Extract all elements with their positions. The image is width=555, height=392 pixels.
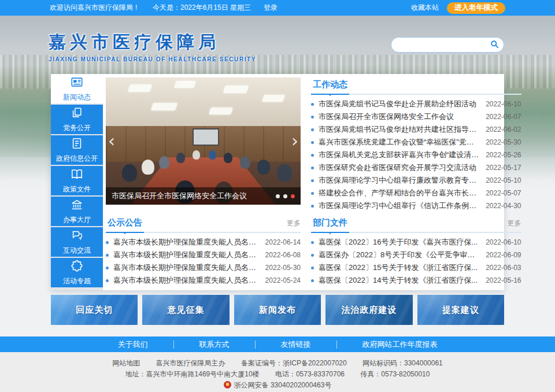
- carousel-prev-arrow[interactable]: ‹: [108, 132, 115, 150]
- news-title: 嘉医保〔2022〕14号关于转发《浙江省医疗保...: [319, 275, 480, 286]
- footer-nav-links[interactable]: 友情链接: [255, 341, 336, 349]
- person-figure: [193, 150, 200, 160]
- news-date: 2022-05-10: [486, 176, 521, 184]
- banner-opinion-collection[interactable]: 意见征集: [142, 295, 229, 325]
- news-list-item[interactable]: 市医保局理论学习中心组举行《信访工作条例》专题... 2022-04-30: [311, 199, 521, 212]
- banner-news-release[interactable]: 新闻发布: [234, 295, 321, 325]
- news-list-item[interactable]: 嘉医保〔2022〕16号关于印发《嘉兴市医疗保... 2022-06-10: [311, 236, 521, 249]
- news-title: 嘉医保〔2022〕16号关于印发《嘉兴市医疗保...: [319, 237, 480, 247]
- banner-respond-concerns[interactable]: 回应关切: [51, 295, 138, 325]
- host-text: 嘉兴市医疗保障局主办: [156, 359, 225, 367]
- bullet-icon: [311, 128, 314, 131]
- news-list-item[interactable]: 嘉兴市本级长期护理保险重度失能人员名单公示（2... 2022-06-08: [106, 249, 301, 261]
- bullet-icon: [311, 254, 314, 257]
- carousel-dot-active[interactable]: [291, 194, 295, 198]
- sidebar-item-news[interactable]: 新闻动态: [51, 74, 103, 103]
- news-list-item[interactable]: 市医保局理论学习中心组举行廉政警示教育专题学习... 2022-05-10: [311, 174, 521, 187]
- news-date: 2022-06-03: [486, 264, 521, 272]
- banner-label: 提案建议: [442, 305, 479, 316]
- bullet-icon: [311, 141, 314, 144]
- ceiling-light: [223, 86, 249, 93]
- news-list-item[interactable]: 市医保局召开全市医保网络安全工作会议 2022-06-07: [311, 110, 521, 123]
- search-button[interactable]: [490, 40, 499, 50]
- sidebar-item-policy-files[interactable]: 政策文件: [51, 166, 103, 195]
- ceiling-light: [174, 81, 196, 88]
- banner-rule-of-law[interactable]: 法治政府建设: [325, 295, 412, 325]
- news-date: 2022-06-10: [486, 238, 521, 246]
- news-title: 搭建校企合作、产学研相结合的平台嘉兴市长期护理...: [319, 188, 480, 198]
- news-title: 嘉兴市医保系统党建工作会议暨“幸福医保”党建联...: [319, 137, 480, 147]
- news-list-item[interactable]: 市医保研究会赴省医保研究会开展学习交流活动 2022-05-17: [311, 161, 521, 174]
- sidebar-item-label: 新闻动态: [63, 93, 91, 102]
- person-figure: [257, 160, 270, 175]
- news-list-item[interactable]: 嘉兴市本级长期护理保险重度失能人员名单公示（2... 2022-05-30: [106, 261, 301, 274]
- phone-text: 电话：0573-83370706: [275, 370, 345, 378]
- person-figure: [176, 153, 185, 163]
- book-icon: [71, 168, 83, 184]
- banner-proposals[interactable]: 提案建议: [417, 295, 504, 325]
- footer-nav-about[interactable]: 关于我们: [92, 341, 173, 349]
- favorite-link[interactable]: 收藏本站: [411, 3, 439, 13]
- sidebar-item-interaction[interactable]: 互动交流: [51, 227, 103, 257]
- bullet-icon: [311, 205, 314, 208]
- bullet-icon: [311, 167, 314, 169]
- fax-text: 传真：0573-82050010: [360, 370, 430, 378]
- sidebar-item-service-hall[interactable]: 办事大厅: [51, 197, 103, 226]
- news-title: 市医保局机关党总支部获评嘉兴市争创“建设清廉机...: [319, 150, 480, 160]
- gongan-text: 浙公网安备 33040202000463号: [234, 381, 332, 389]
- news-list-item[interactable]: 搭建校企合作、产学研相结合的平台嘉兴市长期护理... 2022-05-07: [311, 187, 521, 199]
- main-content-card: 新闻动态 党务公开 政府信息公开: [51, 74, 504, 290]
- search-icon: [490, 40, 499, 50]
- more-link[interactable]: 更多: [287, 219, 301, 232]
- search-input[interactable]: [398, 41, 490, 49]
- person-figure: [209, 150, 216, 160]
- more-link[interactable]: 更多: [508, 219, 521, 232]
- news-list-item[interactable]: 嘉医保〔2022〕15号关于转发《浙江省医疗保... 2022-06-03: [311, 261, 521, 274]
- pages-icon: [71, 106, 83, 123]
- section-department-files: 部门文件 更多 嘉医保〔2022〕16号关于印发《嘉兴市医疗保... 2022-…: [311, 216, 521, 287]
- news-list-item[interactable]: 市医保局党组书记马俊华赴企开展助企纾困活动 2022-06-10: [311, 98, 521, 110]
- footer-nav-contact[interactable]: 联系方式: [173, 341, 255, 349]
- news-list-item[interactable]: 嘉兴市本级长期护理保险重度失能人员名单公示（2... 2022-05-24: [106, 274, 301, 287]
- news-date: 2022-06-08: [265, 251, 301, 259]
- person-figure: [277, 164, 292, 182]
- elder-mode-button[interactable]: 进入老年模式: [447, 2, 505, 14]
- sidebar-item-special-topics[interactable]: 活动专题: [51, 258, 103, 287]
- sidebar-item-party-affairs[interactable]: 党务公开: [51, 105, 103, 134]
- chat-icon: [71, 229, 83, 246]
- carousel-dot[interactable]: [283, 194, 287, 198]
- news-date: 2022-06-14: [265, 238, 301, 246]
- sidebar-item-label: 活动专题: [63, 276, 91, 286]
- news-list-item[interactable]: 市医保局党组书记马俊华赴结对共建社区指导全国文... 2022-06-02: [311, 123, 521, 136]
- newspaper-icon: [71, 76, 83, 93]
- person-figure: [159, 156, 169, 169]
- address-text: 地址：嘉兴市中环南路1469号中南大厦10楼: [125, 370, 260, 378]
- bank-icon: [71, 198, 83, 215]
- carousel-next-arrow[interactable]: ›: [291, 132, 298, 150]
- sitemap-link[interactable]: 网站地图: [112, 359, 140, 367]
- news-list-item[interactable]: 嘉医保〔2022〕14号关于转发《浙江省医疗保... 2022-05-16: [311, 274, 521, 287]
- search-box[interactable]: [391, 37, 504, 53]
- news-title: 嘉兴市本级长期护理保险重度失能人员名单公示（2...: [113, 250, 260, 260]
- section-header: 工作动态: [311, 77, 521, 95]
- news-list-item[interactable]: 市医保局机关党总支部获评嘉兴市争创“建设清廉机... 2022-05-26: [311, 149, 521, 161]
- login-link[interactable]: 登录: [264, 3, 278, 13]
- ceiling-light: [262, 95, 285, 102]
- person-figure: [122, 164, 137, 182]
- carousel-caption-bar[interactable]: 市医保局召开全市医保网络安全工作会议: [106, 187, 301, 205]
- news-date: 2022-05-24: [265, 276, 301, 284]
- sidebar-item-gov-info[interactable]: 政府信息公开: [51, 135, 103, 165]
- sidebar-item-label: 办事大厅: [63, 215, 91, 225]
- news-date: 2022-06-10: [486, 100, 521, 108]
- news-list-item[interactable]: 嘉兴市本级长期护理保险重度失能人员名单公示（2... 2022-06-14: [106, 236, 301, 249]
- news-list-item[interactable]: 嘉兴市医保系统党建工作会议暨“幸福医保”党建联... 2022-05-30: [311, 136, 521, 149]
- ceiling-light: [128, 84, 152, 92]
- section-notices: 公示公告 更多 嘉兴市本级长期护理保险重度失能人员名单公示（2... 2022-…: [106, 216, 301, 287]
- ceiling-light: [209, 108, 233, 114]
- footer-nav-annual-report[interactable]: 政府网站工作年度报表: [336, 341, 463, 349]
- news-title: 市医保局党组书记马俊华赴结对共建社区指导全国文...: [319, 124, 480, 135]
- section-work-dynamics: 工作动态 市医保局党组书记马俊华赴企开展助企纾困活动 2022-06-10 市医: [311, 77, 521, 212]
- news-carousel[interactable]: ‹ › 市医保局召开全市医保网络安全工作会议: [106, 77, 301, 205]
- carousel-dot[interactable]: [276, 194, 280, 198]
- news-list-item[interactable]: 嘉医保办〔2022〕8号关于印发《公平竞争审查... 2022-06-09: [311, 249, 521, 261]
